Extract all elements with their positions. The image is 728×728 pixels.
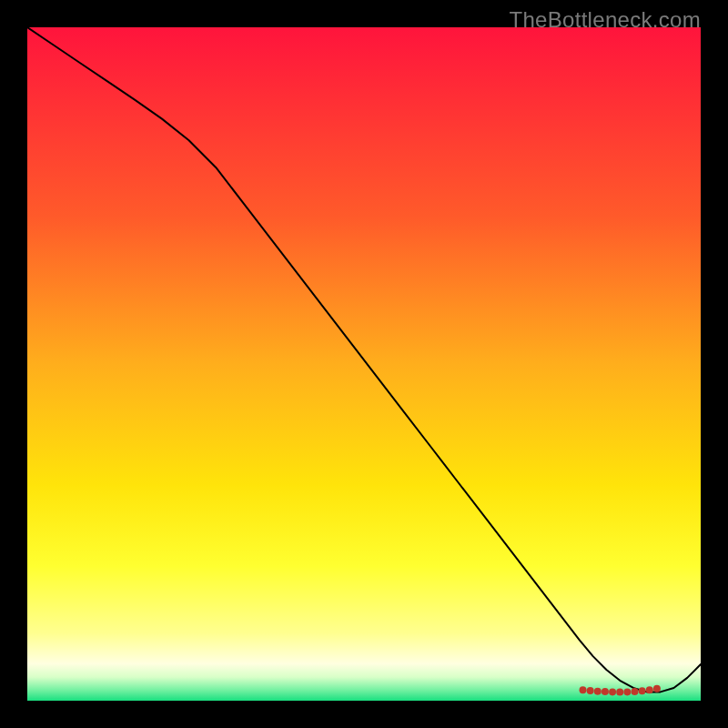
marker-dot [639,687,646,694]
marker-dot [602,688,609,695]
marker-dot [631,688,638,695]
marker-dot [623,688,631,695]
chart-frame: TheBottleneck.com [0,0,728,728]
marker-dot [594,688,602,695]
marker-dot [580,686,587,693]
marker-dot [653,685,661,693]
plot-background [27,27,701,701]
marker-dot [616,689,623,696]
marker-dot [609,688,616,695]
marker-dot [587,687,594,694]
plot-area [27,27,701,701]
marker-dot [646,686,653,693]
